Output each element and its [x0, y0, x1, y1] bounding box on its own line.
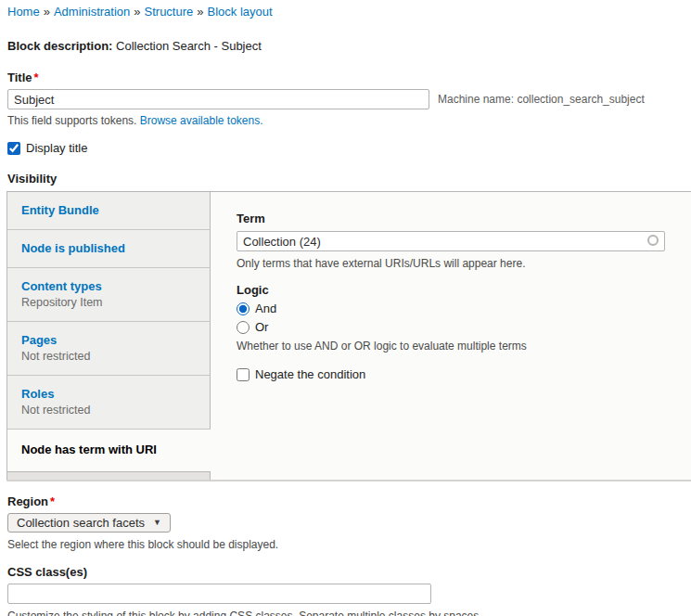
region-description: Select the region where this block shoul… — [7, 538, 691, 551]
logic-radio-and-label: And — [255, 302, 276, 315]
tab-summary: Repository Item — [21, 296, 196, 309]
visibility-heading: Visibility — [7, 172, 691, 186]
tab-summary: Not restricted — [21, 404, 196, 417]
breadcrumb-separator: » — [134, 5, 140, 19]
browse-tokens-link[interactable]: Browse available tokens. — [140, 114, 263, 127]
title-label: Title* — [7, 71, 691, 84]
logic-description: Whether to use AND or OR logic to evalua… — [237, 340, 665, 353]
block-description-value: Collection Search - Subject — [116, 39, 262, 53]
autocomplete-status-icon — [647, 235, 659, 246]
title-input[interactable] — [7, 89, 429, 109]
negate-row: Negate the condition — [237, 367, 665, 381]
visibility-tab-panel: Term Only terms that have external URIs/… — [211, 192, 691, 480]
vertical-tabs-menu: Entity Bundle Node is published Content … — [6, 192, 211, 480]
tab-roles[interactable]: Roles Not restricted — [6, 376, 211, 430]
region-select-value: Collection search facets — [17, 516, 145, 530]
display-title-checkbox[interactable] — [7, 142, 20, 155]
tab-pages[interactable]: Pages Not restricted — [6, 322, 211, 376]
breadcrumb-link-structure[interactable]: Structure — [145, 5, 194, 19]
display-title-row: Display title — [7, 141, 691, 155]
logic-radio-and[interactable] — [237, 302, 250, 315]
tab-entity-bundle[interactable]: Entity Bundle — [6, 192, 211, 230]
logic-option-or-row: Or — [237, 320, 665, 334]
negate-condition-checkbox[interactable] — [237, 368, 250, 381]
term-input[interactable] — [237, 231, 665, 251]
region-label: Region* — [7, 494, 691, 508]
logic-radio-or-label: Or — [255, 320, 268, 334]
css-classes-input[interactable] — [7, 584, 431, 604]
block-description-label: Block description: — [7, 39, 112, 53]
logic-option-and-row: And — [237, 302, 665, 315]
required-marker: * — [50, 494, 55, 508]
logic-radio-or[interactable] — [237, 321, 250, 334]
logic-label: Logic — [237, 283, 665, 297]
breadcrumb: Home»Administration»Structure»Block layo… — [7, 4, 691, 19]
machine-name: Machine name: collection_search_subject — [438, 93, 645, 106]
tab-partial-clipped[interactable] — [6, 471, 211, 480]
tab-node-is-published[interactable]: Node is published — [6, 230, 211, 268]
tokens-help: This field supports tokens. Browse avail… — [7, 114, 691, 127]
term-input-wrap — [237, 231, 665, 251]
display-title-label: Display title — [26, 141, 87, 155]
tab-node-has-term-with-uri[interactable]: Node has term with URI — [6, 430, 211, 471]
term-description: Only terms that have external URIs/URLs … — [237, 257, 665, 270]
required-marker: * — [34, 71, 39, 84]
breadcrumb-separator: » — [197, 5, 203, 19]
negate-condition-label: Negate the condition — [255, 367, 365, 381]
tab-content-types[interactable]: Content types Repository Item — [6, 268, 211, 322]
breadcrumb-link-home[interactable]: Home — [7, 5, 40, 19]
breadcrumb-link-administration[interactable]: Administration — [54, 5, 130, 19]
block-description: Block description: Collection Search - S… — [7, 39, 691, 53]
css-classes-label: CSS class(es) — [7, 565, 691, 579]
breadcrumb-separator: » — [44, 5, 50, 19]
title-row: Machine name: collection_search_subject — [7, 89, 691, 109]
tab-summary: Not restricted — [21, 350, 196, 363]
term-label: Term — [237, 212, 665, 225]
dropdown-arrow-icon: ▼ — [153, 519, 161, 527]
region-select[interactable]: Collection search facets ▼ — [7, 513, 171, 533]
breadcrumb-link-block-layout[interactable]: Block layout — [208, 5, 273, 19]
tokens-help-text: This field supports tokens. — [7, 114, 136, 127]
visibility-vertical-tabs: Entity Bundle Node is published Content … — [6, 191, 691, 481]
css-classes-description: Customize the styling of this block by a… — [7, 610, 691, 616]
